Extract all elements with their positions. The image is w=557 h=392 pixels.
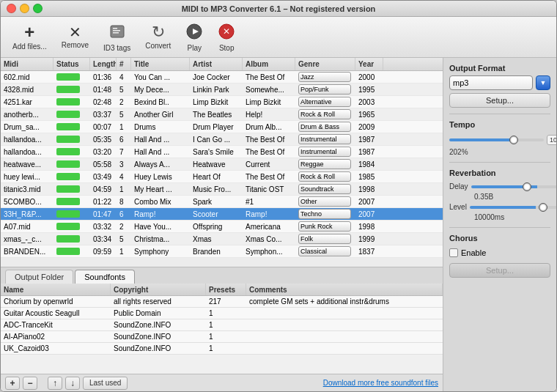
- add-files-button[interactable]: + Add files...: [8, 21, 51, 53]
- format-display[interactable]: mp3: [449, 75, 533, 90]
- sf-down-button[interactable]: ↓: [65, 377, 80, 390]
- table-row[interactable]: A07.mid 03:32 2 Have You... Offspring Am…: [1, 221, 443, 233]
- minimize-button[interactable]: [20, 4, 29, 13]
- sf-list-item[interactable]: Guitar Acoustic Seagull Public Domain 1: [1, 308, 443, 319]
- level-ms-value: 10000ms: [449, 213, 550, 221]
- genre-select[interactable]: Instrumental: [298, 134, 351, 144]
- level-label: Level: [449, 203, 467, 211]
- table-row[interactable]: huey lewi... 03:49 4 Huey Lewis Heart Of…: [1, 171, 443, 183]
- cell-title: Have You...: [131, 221, 190, 232]
- sf-copyright: all rights reserved: [111, 296, 206, 307]
- table-row[interactable]: BRANDEN... 09:59 1 Symphony Branden Symp…: [1, 245, 443, 258]
- status-indicator: [56, 111, 80, 118]
- id3-tags-button[interactable]: ID3 tags: [99, 20, 135, 55]
- genre-select[interactable]: Classical: [298, 246, 351, 256]
- sf-up-button[interactable]: ↑: [48, 377, 62, 390]
- cell-genre: Rock & Roll: [295, 171, 355, 182]
- stop-label: Stop: [219, 44, 235, 52]
- sf-add-button[interactable]: +: [5, 377, 20, 390]
- sf-list-item[interactable]: ADC-TranceKit SoundZone.INFO 1: [1, 319, 443, 331]
- cell-num: 1: [117, 245, 131, 257]
- genre-select[interactable]: Reggae: [298, 159, 351, 169]
- genre-select[interactable]: Rock & Roll: [298, 109, 351, 119]
- genre-select[interactable]: Other: [298, 196, 351, 207]
- maximize-button[interactable]: [33, 4, 43, 13]
- header-artist: Artist: [190, 58, 243, 70]
- genre-select[interactable]: Techno: [298, 209, 351, 219]
- table-row[interactable]: hallandoa... 03:20 7 Hall And ... Sara's…: [1, 146, 443, 158]
- table-row[interactable]: 4328.mid 01:48 5 My Dece... Linkin Park …: [1, 84, 443, 96]
- table-row[interactable]: 5COMBO... 01:22 8 Combo Mix Spark #1 Oth…: [1, 196, 443, 208]
- table-row[interactable]: 33H_R&P... 01:47 6 Ramp! Scooter Ramp! T…: [1, 208, 443, 221]
- cell-genre: Classical: [295, 245, 355, 257]
- cell-title: Christma...: [131, 233, 190, 245]
- genre-select[interactable]: Drum & Bass: [298, 122, 351, 132]
- sf-list-item[interactable]: Chorium by openwrld all rights reserved …: [1, 296, 443, 308]
- output-setup-button[interactable]: Setup...: [449, 93, 550, 108]
- cell-artist: I Can Go ...: [190, 133, 243, 145]
- header-year: Year: [355, 58, 383, 70]
- cell-midi: titanic3.mid: [1, 183, 54, 195]
- chorus-setup-button[interactable]: Setup...: [449, 263, 550, 278]
- cell-artist: Drum Player: [190, 121, 243, 133]
- delay-slider[interactable]: [471, 185, 556, 188]
- sf-header-presets: Presets: [206, 284, 246, 295]
- sf-copyright: Public Domain: [111, 308, 206, 319]
- level-slider[interactable]: [470, 206, 556, 209]
- sf-list-item[interactable]: UK_Cazoid03 SoundZone.INFO 1: [1, 343, 443, 355]
- sf-last-used-button[interactable]: Last used: [83, 377, 128, 390]
- tempo-slider[interactable]: [449, 138, 544, 141]
- header-length: Length: [90, 58, 117, 70]
- sf-download-link[interactable]: Download more free soundfont files: [323, 379, 438, 387]
- sf-header-copyright: Copyright: [111, 284, 206, 295]
- table-row[interactable]: titanic3.mid 04:59 1 My Heart ... Music …: [1, 183, 443, 196]
- cell-midi: 5COMBO...: [1, 196, 54, 207]
- cell-num: 4: [117, 71, 131, 83]
- table-row[interactable]: 602.mid 01:36 4 You Can ... Joe Cocker T…: [1, 71, 443, 84]
- genre-select[interactable]: Folk: [298, 234, 351, 244]
- cell-status: [54, 108, 90, 120]
- cell-midi: A07.mid: [1, 221, 54, 232]
- cell-title: Always A...: [131, 158, 190, 170]
- table-row[interactable]: hallandoa... 05:35 6 Hall And ... I Can …: [1, 133, 443, 146]
- play-label: Play: [187, 44, 201, 52]
- table-row[interactable]: anotherb... 03:37 5 Another Girl The Bea…: [1, 108, 443, 121]
- sf-name: AI-APiano02: [1, 331, 111, 342]
- remove-button[interactable]: ✕ Remove: [57, 22, 93, 52]
- genre-select[interactable]: Pop/Funk: [298, 84, 351, 95]
- traffic-lights: [7, 4, 43, 13]
- play-button[interactable]: Play: [181, 20, 207, 55]
- cell-year: 2007: [355, 208, 383, 220]
- close-button[interactable]: [7, 4, 16, 13]
- genre-select[interactable]: Soundtrack: [298, 184, 351, 194]
- cell-midi: Drum_sa...: [1, 121, 54, 133]
- reverbation-label: Reverbation: [449, 169, 550, 177]
- genre-select[interactable]: Instrumental: [298, 147, 351, 157]
- genre-select[interactable]: Punk Rock: [298, 221, 351, 232]
- table-row[interactable]: 4251.kar 02:48 2 Bexind Bl.. Limp Bizkit…: [1, 96, 443, 108]
- cell-num: 5: [117, 233, 131, 245]
- genre-select[interactable]: Rock & Roll: [298, 171, 351, 182]
- cell-length: 01:22: [90, 196, 117, 207]
- sf-name: UK_Cazoid03: [1, 343, 111, 354]
- convert-button[interactable]: ↻ Convert: [141, 21, 175, 53]
- format-dropdown-arrow[interactable]: ▼: [536, 75, 550, 90]
- svg-text:✕: ✕: [223, 26, 230, 37]
- genre-select[interactable]: Alternative: [298, 97, 351, 107]
- table-row[interactable]: Drum_sa... 00:07 1 Drums Drum Player Dru…: [1, 121, 443, 133]
- output-format-label: Output Format: [449, 64, 550, 73]
- sf-remove-button[interactable]: −: [23, 377, 37, 390]
- chorus-enable-checkbox[interactable]: [449, 248, 458, 257]
- table-row[interactable]: xmas_-_c... 03:34 5 Christma... Xmas Xma…: [1, 233, 443, 245]
- table-row[interactable]: heatwave... 05:58 3 Always A... Heatwave…: [1, 158, 443, 171]
- cell-num: 1: [117, 183, 131, 195]
- output-folder-tab[interactable]: Output Folder: [5, 270, 73, 284]
- soundfonts-tab[interactable]: Soundfonts: [75, 270, 135, 284]
- divider-1: [449, 114, 550, 114]
- stop-button[interactable]: ✕ Stop: [213, 20, 240, 55]
- genre-select[interactable]: Jazz: [298, 72, 351, 82]
- svg-rect-3: [113, 32, 119, 34]
- convert-icon: ↻: [152, 24, 165, 40]
- cell-artist: Spark: [190, 196, 243, 207]
- sf-list-item[interactable]: AI-APiano02 SoundZone.INFO 1: [1, 331, 443, 343]
